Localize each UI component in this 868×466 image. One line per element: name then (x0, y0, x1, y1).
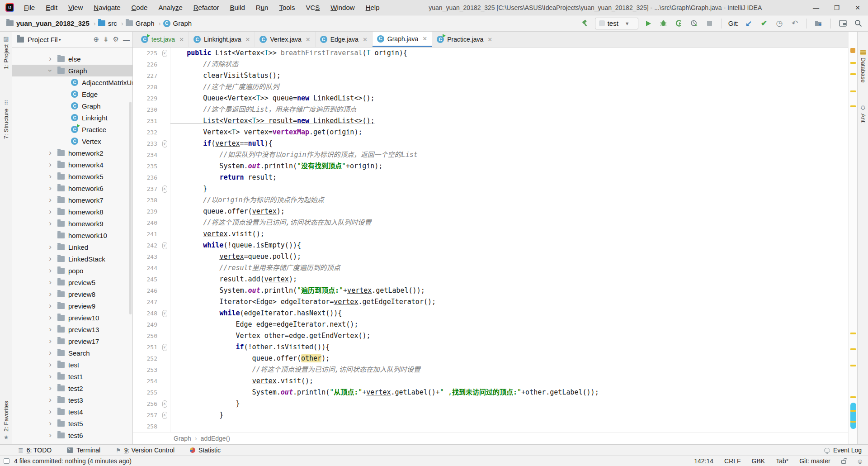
tree-chevron-icon[interactable]: › (47, 326, 54, 333)
fold-marker-icon[interactable]: ∨ (162, 344, 167, 351)
close-button[interactable]: ✕ (847, 0, 868, 15)
code-text[interactable]: Vertex<T> vertex=vertexMap.get(origin); (170, 127, 848, 138)
fold-marker-icon[interactable]: ∨ (162, 310, 167, 317)
menu-item-file[interactable]: File (19, 0, 40, 15)
code-text[interactable]: clearVisitStatus(); (170, 70, 848, 81)
fold-marker-icon[interactable]: ∨ (162, 50, 167, 57)
tree-item-Linkright[interactable]: CLinkright (12, 112, 132, 124)
tree-item-homework4[interactable]: ›homework4 (12, 159, 132, 171)
debug-bug-icon[interactable] (658, 18, 669, 29)
tree-item-Vertex[interactable]: CVertex (12, 135, 132, 147)
code-text[interactable]: } (170, 409, 848, 421)
code-text[interactable]: vertex.visit(); (170, 376, 848, 387)
error-stripe[interactable] (848, 32, 857, 444)
tree-chevron-icon[interactable]: › (47, 373, 54, 380)
line-number[interactable]: 251 (137, 344, 157, 351)
line-number[interactable]: 236 (137, 174, 157, 181)
tree-item-Practice[interactable]: CPractice (12, 124, 132, 135)
tree-item-preview13[interactable]: ›preview13 (12, 323, 132, 335)
error-stripe-tick[interactable] (850, 62, 856, 64)
tab-close-icon[interactable]: ✕ (245, 36, 250, 43)
tab-Practice.java[interactable]: CPractice.java✕ (432, 32, 497, 47)
readonly-lock-icon[interactable] (841, 460, 846, 464)
tree-item-Edge[interactable]: CEdge (12, 88, 132, 100)
tool-window-button-database[interactable]: Database (858, 50, 868, 83)
hide-panel-icon[interactable]: — (123, 36, 130, 43)
breadcrumb-item-Graph[interactable]: CGraph (163, 19, 192, 27)
line-number[interactable]: 226 (137, 61, 157, 68)
tab-Edge.java[interactable]: CEdge.java✕ (316, 32, 373, 47)
code-text[interactable]: //清除状态 (170, 59, 848, 70)
code-text[interactable]: //以origin作为标识的顶点作为起始点 (170, 195, 848, 206)
breadcrumb-item-src[interactable]: src (98, 19, 117, 27)
code-editor[interactable]: 225∨ public List<Vertex<T>> breathFirstT… (133, 48, 848, 432)
stop-button[interactable] (704, 18, 715, 29)
tree-chevron-icon[interactable]: › (47, 408, 54, 415)
scrollbar-thumb[interactable] (850, 403, 856, 429)
tree-chevron-icon[interactable]: › (47, 279, 54, 286)
tree-chevron-icon[interactable]: › (47, 314, 54, 321)
code-text[interactable]: //result里用来存储广度遍历到的顶点 (170, 262, 848, 274)
settings-gear-icon[interactable]: ⚙ (113, 35, 119, 43)
tree-item-preview10[interactable]: ›preview10 (12, 312, 132, 323)
error-stripe-tick[interactable] (850, 421, 856, 423)
tree-chevron-icon[interactable]: › (47, 161, 54, 168)
line-number[interactable]: 257 (137, 412, 157, 418)
tree-chevron-icon[interactable]: › (47, 196, 54, 204)
tree-item-homework7[interactable]: ›homework7 (12, 194, 132, 206)
tree-item-preview9[interactable]: ›preview9 (12, 300, 132, 312)
error-stripe-tick[interactable] (850, 105, 856, 107)
tree-item-popo[interactable]: ›popo (12, 265, 132, 276)
tree-chevron-icon[interactable]: › (47, 267, 54, 274)
line-number[interactable]: 237 (137, 185, 157, 192)
breadcrumb-item-Graph[interactable]: Graph (126, 19, 155, 27)
line-number[interactable]: 248 (137, 310, 157, 317)
tree-item-preview17[interactable]: ›preview17 (12, 335, 132, 347)
tree-item-homework9[interactable]: ›homework9 (12, 218, 132, 229)
tree-chevron-icon[interactable]: › (47, 338, 54, 345)
code-text[interactable]: } (170, 183, 848, 195)
fold-marker-icon[interactable]: ∧ (162, 412, 167, 419)
menu-item-view[interactable]: View (63, 0, 88, 15)
error-stripe-tick[interactable] (850, 410, 856, 412)
tree-chevron-icon[interactable]: › (47, 385, 54, 392)
event-log-button[interactable]: Event Log (824, 447, 862, 454)
tree-chevron-icon[interactable]: › (47, 67, 54, 74)
tab-Graph.java[interactable]: CGraph.java✕ (373, 32, 432, 47)
folder-add-icon[interactable] (813, 18, 824, 29)
line-number[interactable]: 249 (137, 321, 157, 328)
line-number[interactable]: 230 (137, 106, 157, 113)
code-text[interactable]: if(vertex==null){ (170, 138, 848, 149)
run-button[interactable] (643, 18, 654, 29)
line-number[interactable]: 233 (137, 140, 157, 147)
line-number[interactable]: 258 (137, 423, 157, 430)
line-number[interactable]: 243 (137, 253, 157, 260)
code-text[interactable]: queue.offer(other); (170, 353, 848, 364)
code-text[interactable] (170, 421, 848, 432)
menu-item-tools[interactable]: Tools (274, 0, 300, 15)
tree-item-AdjacentMatrixUnd[interactable]: CAdjacentMatrixUnd (12, 76, 132, 88)
line-number[interactable]: 253 (137, 366, 157, 373)
code-text[interactable]: public List<Vertex<T>> breathFirstTraver… (170, 48, 848, 59)
tab-close-icon[interactable]: ✕ (422, 35, 427, 42)
code-text[interactable]: } (170, 398, 848, 409)
git-branch-widget[interactable]: Git: master (799, 457, 830, 465)
tool-button-6-todo[interactable]: ≣6: TODO (18, 447, 52, 454)
tree-chevron-icon[interactable]: › (47, 290, 54, 298)
tree-item-homework10[interactable]: homework10 (12, 229, 132, 241)
code-text[interactable]: System.out.println("从顶点:"+vertex.getLabe… (170, 387, 848, 398)
tree-item-homework8[interactable]: ›homework8 (12, 206, 132, 218)
line-number[interactable]: 238 (137, 197, 157, 204)
minimize-button[interactable]: — (806, 0, 826, 15)
run-configuration-select[interactable]: test ▼ (595, 18, 638, 29)
error-stripe-tick[interactable] (850, 348, 856, 350)
tree-chevron-icon[interactable]: › (47, 55, 54, 62)
line-number[interactable]: 234 (137, 152, 157, 158)
tool-button-statistic[interactable]: Statistic (190, 447, 221, 454)
tool-window-button-structure[interactable]: ⠿ 7: Structure (0, 100, 12, 139)
line-number[interactable]: 247 (137, 299, 157, 305)
code-text[interactable]: queue.offer(vertex); (170, 206, 848, 217)
tree-chevron-icon[interactable]: › (47, 349, 54, 357)
tree-chevron-icon[interactable]: › (47, 420, 54, 427)
build-hammer-icon[interactable] (580, 18, 590, 29)
